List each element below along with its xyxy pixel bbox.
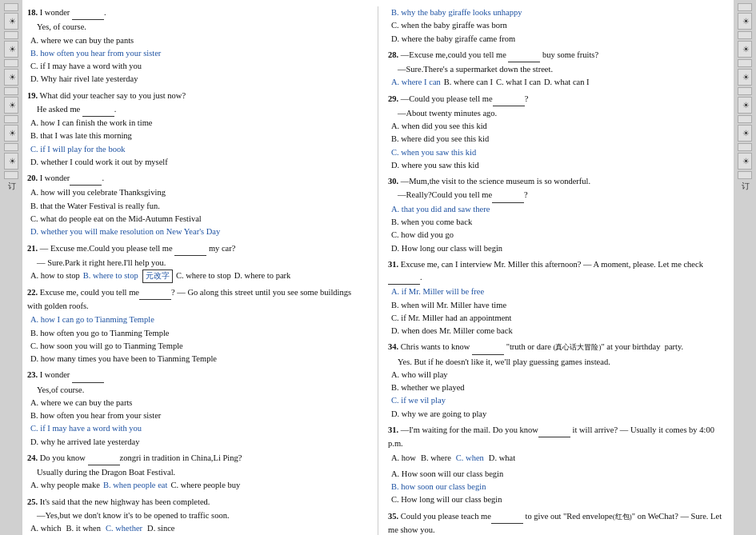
right-sidebar-mark-4: ☀ [738, 41, 752, 58]
sidebar-mark-10: ☀ [4, 125, 18, 142]
q35a-optA: A. how [391, 452, 416, 465]
q20-optB: B. that the Water Festival is really fun… [27, 200, 368, 213]
q25-response: —Yes,but we don't know it's to be opened… [27, 509, 368, 522]
q20-optC: C. what do people eat on the Mid-Autumn … [27, 213, 368, 226]
right-sidebar-mark-8: ☀ [738, 97, 752, 114]
q19-stem: 19. What did your teacher say to you jus… [27, 90, 368, 102]
q30-optD: D. How long our class will begin [388, 242, 729, 255]
right-sidebar-mark-12: ☀ [738, 153, 752, 170]
q23-optD: D. why he arrived late yesterday [27, 436, 368, 449]
q18-optD: D. Why hair rivel late yesterday [27, 73, 368, 86]
question-20: 20. I wonder . A. how will you celebrate… [27, 172, 368, 238]
q20-stem: 20. I wonder . [27, 172, 368, 186]
question-22: 22. Excuse me, could you tell me ? — Go … [27, 286, 368, 366]
q21-response: — Sure.Park it right here.I'll help you. [27, 257, 368, 269]
question-35a: 31. —I'm waiting for the mail. Do you kn… [388, 424, 729, 465]
q24-response: Usually during the Dragon Boat Festival. [27, 466, 368, 479]
q21-optC: C. where to stop [176, 269, 231, 283]
q29-optA: A. when did you see this kid [388, 120, 729, 133]
q34-optA: A. who will play [388, 369, 729, 381]
q22-optA: A. how I can go to Tianming Temple [27, 313, 368, 326]
column-divider [378, 6, 378, 535]
sidebar-mark-12: ☀ [4, 153, 18, 170]
q-extra-optB: B. how soon our class begin [388, 481, 729, 493]
q25-optB: B. it when [66, 522, 101, 535]
question-24: 24. Do you know zongri in tradition in C… [27, 452, 368, 493]
q29-optB: B. where did you see this kid [388, 133, 729, 146]
q22-stem: 22. Excuse me, could you tell me ? — Go … [27, 286, 368, 313]
main-content: 18. I wonder . Yes, of course. A. where … [22, 0, 734, 535]
q28-response: —Sure.There's a supermarket down the str… [388, 63, 729, 76]
q24-options: A. why people make B. when people eat C.… [27, 479, 368, 492]
q31-optA: A. if Mr. Miller will be free [388, 285, 729, 298]
q28-optD: D. what can I [544, 76, 590, 89]
question-19: 19. What did your teacher say to you jus… [27, 90, 368, 170]
sidebar-mark-6: ☀ [4, 69, 18, 86]
q23-optC: C. if I may have a word with you [27, 422, 368, 435]
q30-stem: 30. —Mum,the visit to the science museum… [388, 175, 729, 188]
q31-optC: C. if Mr. Miller had an appointment [388, 312, 729, 325]
question-18: 18. I wonder . Yes, of course. A. where … [27, 6, 368, 86]
q34-optD: D. why we are going to play [388, 408, 729, 421]
sidebar-mark-13: 订 [4, 171, 18, 179]
q20-optA: A. how will you celebrate Thanksgiving [27, 186, 368, 199]
q19-optB: B. that I was late this morning [27, 130, 368, 142]
right-sidebar-mark-6: ☀ [738, 69, 752, 86]
q19-optD: D. whether I could work it out by myself [27, 156, 368, 169]
q28-optB: B. where can I [444, 76, 493, 89]
left-column: 18. I wonder . Yes, of course. A. where … [27, 6, 368, 535]
q30-optB: B. when you come back [388, 216, 729, 229]
right-sidebar: 标 ☀ 标 ☀ 译 ☀ 订 ☀ 装 ☀ 线 ☀ 订 [734, 0, 756, 535]
sidebar-mark-11: 线 [4, 143, 18, 151]
q27-optB: B. why the baby giraffe looks unhappy [388, 6, 729, 19]
q31-optB: B. when will Mr. Miller have time [388, 299, 729, 312]
right-column: B. why the baby giraffe looks unhappy C.… [388, 6, 729, 535]
q19-optC: C. if I will play for the book [27, 143, 368, 156]
question-30: 30. —Mum,the visit to the science museum… [388, 175, 729, 255]
question-34: 34. Chris wants to know "truth or dare (… [388, 341, 729, 421]
sidebar-mark-7: 订 [4, 87, 18, 95]
q25-options: A. which B. it when C. whether D. since [27, 522, 368, 535]
sidebar-mark-3: 标 [4, 31, 18, 39]
q18-optA: A. where we can buy the pants [27, 34, 368, 47]
q-extra-optC: C. How long will our class begin [388, 493, 729, 506]
question-25: 25. It's said that the new highway has b… [27, 496, 368, 535]
q35a-optB: B. where [421, 452, 451, 465]
q21-optD: D. where to park [234, 269, 291, 283]
q18-response: Yes, of course. [27, 21, 368, 34]
right-sidebar-mark-10: ☀ [738, 125, 752, 142]
q30-optA: A. that you did and saw there [388, 203, 729, 216]
q29-optD: D. where you saw this kid [388, 159, 729, 172]
question-29: 29. —Could you please tell me ? —About t… [388, 93, 729, 173]
q21-optA: A. how to stop [30, 269, 80, 283]
q21-stem: 21. — Excuse me.Could you please tell me… [27, 242, 368, 256]
q29-optC: C. when you saw this kid [388, 146, 729, 159]
q24-stem: 24. Do you know zongri in tradition in C… [27, 452, 368, 465]
q24-optA: A. why people make [30, 479, 100, 492]
page-container: 标 ☀ 标 ☀ 译 ☀ 订 ☀ 装 ☀ 线 ☀ 订 18. I wonder .… [0, 0, 756, 535]
q30-response: —Really?Could you tell me ? [388, 189, 729, 202]
right-sidebar-mark-3: 标 [738, 31, 752, 39]
q19-optA: A. how I can finish the work in time [27, 117, 368, 130]
q21-options: A. how to stop B. where to stop 元改字 C. w… [27, 269, 368, 283]
sidebar-mark-8: ☀ [4, 97, 18, 114]
right-sidebar-mark-2: ☀ [738, 13, 752, 30]
q27-optC: C. when the baby giraffe was born [388, 19, 729, 32]
right-sidebar-mark-5: 译 [738, 59, 752, 67]
right-sidebar-mark-7: 订 [738, 87, 752, 95]
sidebar-mark-4: ☀ [4, 41, 18, 58]
q25-optC: C. whether [106, 522, 142, 535]
q22-optB: B. how often you go to Tianming Temple [27, 327, 368, 340]
question-23: 23. I wonder Yes,of course. A. where we … [27, 369, 368, 449]
q25-optD: D. since [147, 522, 174, 535]
q25-optA: A. which [30, 522, 62, 535]
q35a-options: A. how B. where C. when D. what [388, 452, 729, 465]
right-sidebar-mark-11: 线 [738, 143, 752, 151]
q23-stem: 23. I wonder [27, 369, 368, 382]
q35a-optD: D. what [489, 452, 515, 465]
q28-options: A. where I can B. where can I C. what I … [388, 76, 729, 89]
q23-optB: B. how often you hear from your sister [27, 409, 368, 422]
q27-cont: B. why the baby giraffe looks unhappy C.… [388, 6, 729, 46]
q24-optC: C. where people buy [170, 479, 240, 492]
q-extra-optA: A. How soon will our class begin [388, 468, 729, 481]
